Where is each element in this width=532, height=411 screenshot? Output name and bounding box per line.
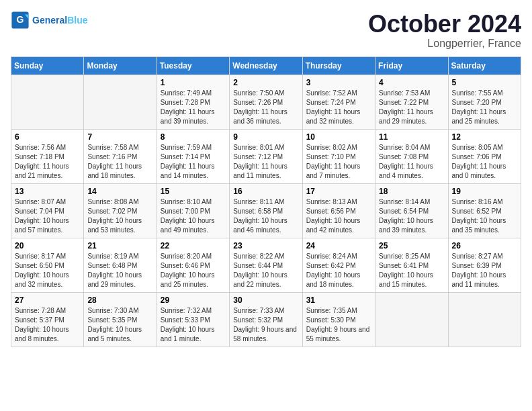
calendar-cell: 30Sunrise: 7:33 AMSunset: 5:32 PMDayligh…	[230, 292, 302, 347]
day-info: Sunrise: 7:53 AMSunset: 7:22 PMDaylight:…	[379, 89, 444, 126]
calendar-cell: 31Sunrise: 7:35 AMSunset: 5:30 PMDayligh…	[302, 292, 375, 347]
calendar-cell	[375, 292, 448, 347]
calendar-cell	[11, 75, 84, 129]
calendar-cell: 11Sunrise: 8:04 AMSunset: 7:08 PMDayligh…	[375, 129, 448, 183]
day-info: Sunrise: 8:14 AMSunset: 6:54 PMDaylight:…	[379, 197, 444, 235]
day-info: Sunrise: 7:32 AMSunset: 5:33 PMDaylight:…	[161, 306, 226, 344]
day-info: Sunrise: 8:11 AMSunset: 6:58 PMDaylight:…	[233, 197, 298, 235]
calendar-cell: 7Sunrise: 7:58 AMSunset: 7:16 PMDaylight…	[84, 129, 157, 183]
calendar-week-1: 1Sunrise: 7:49 AMSunset: 7:28 PMDaylight…	[11, 75, 521, 129]
weekday-header-thursday: Thursday	[302, 56, 375, 75]
day-number: 7	[87, 132, 152, 142]
calendar-cell: 25Sunrise: 8:25 AMSunset: 6:41 PMDayligh…	[375, 238, 448, 292]
day-number: 17	[306, 187, 371, 196]
day-info: Sunrise: 8:02 AMSunset: 7:10 PMDaylight:…	[306, 143, 371, 181]
day-number: 10	[306, 132, 371, 142]
weekday-header-monday: Monday	[84, 56, 157, 75]
day-number: 29	[161, 295, 226, 305]
calendar-cell: 12Sunrise: 8:05 AMSunset: 7:06 PMDayligh…	[448, 129, 521, 183]
day-number: 8	[161, 132, 226, 142]
calendar-cell: 8Sunrise: 7:59 AMSunset: 7:14 PMDaylight…	[157, 129, 229, 183]
calendar-header: SundayMondayTuesdayWednesdayThursdayFrid…	[11, 56, 521, 75]
day-info: Sunrise: 7:55 AMSunset: 7:20 PMDaylight:…	[452, 89, 517, 126]
day-number: 4	[379, 78, 444, 87]
logo: G GeneralBlue	[11, 11, 87, 30]
calendar-cell: 24Sunrise: 8:24 AMSunset: 6:42 PMDayligh…	[302, 238, 375, 292]
day-number: 15	[161, 187, 226, 196]
calendar-week-3: 13Sunrise: 8:07 AMSunset: 7:04 PMDayligh…	[11, 183, 521, 238]
calendar-cell: 27Sunrise: 7:28 AMSunset: 5:37 PMDayligh…	[11, 292, 84, 347]
day-number: 11	[379, 132, 444, 142]
calendar-cell: 29Sunrise: 7:32 AMSunset: 5:33 PMDayligh…	[157, 292, 229, 347]
calendar-cell: 9Sunrise: 8:01 AMSunset: 7:12 PMDaylight…	[230, 129, 302, 183]
day-info: Sunrise: 8:10 AMSunset: 7:00 PMDaylight:…	[161, 197, 226, 235]
day-info: Sunrise: 7:49 AMSunset: 7:28 PMDaylight:…	[161, 89, 226, 126]
day-number: 30	[233, 295, 298, 305]
logo-text: GeneralBlue	[32, 15, 87, 26]
day-info: Sunrise: 7:33 AMSunset: 5:32 PMDaylight:…	[233, 306, 298, 344]
day-number: 9	[233, 132, 298, 142]
day-info: Sunrise: 7:35 AMSunset: 5:30 PMDaylight:…	[306, 306, 371, 344]
day-number: 21	[87, 241, 152, 250]
day-info: Sunrise: 8:04 AMSunset: 7:08 PMDaylight:…	[379, 143, 444, 181]
day-info: Sunrise: 7:52 AMSunset: 7:24 PMDaylight:…	[306, 89, 371, 126]
calendar-cell: 14Sunrise: 8:08 AMSunset: 7:02 PMDayligh…	[84, 183, 157, 238]
day-info: Sunrise: 8:19 AMSunset: 6:48 PMDaylight:…	[87, 252, 152, 289]
day-number: 1	[161, 78, 226, 87]
day-info: Sunrise: 8:13 AMSunset: 6:56 PMDaylight:…	[306, 197, 371, 235]
weekday-header-wednesday: Wednesday	[230, 56, 302, 75]
calendar-cell: 22Sunrise: 8:20 AMSunset: 6:46 PMDayligh…	[157, 238, 229, 292]
day-info: Sunrise: 8:24 AMSunset: 6:42 PMDaylight:…	[306, 252, 371, 289]
day-info: Sunrise: 8:01 AMSunset: 7:12 PMDaylight:…	[233, 143, 298, 181]
day-number: 12	[452, 132, 517, 142]
day-info: Sunrise: 8:20 AMSunset: 6:46 PMDaylight:…	[161, 252, 226, 289]
day-number: 6	[15, 132, 80, 142]
weekday-header-tuesday: Tuesday	[157, 56, 229, 75]
day-number: 20	[15, 241, 80, 250]
day-number: 2	[233, 78, 298, 87]
calendar-cell: 13Sunrise: 8:07 AMSunset: 7:04 PMDayligh…	[11, 183, 84, 238]
day-number: 3	[306, 78, 371, 87]
day-number: 28	[87, 295, 152, 305]
day-number: 31	[306, 295, 371, 305]
calendar-cell: 16Sunrise: 8:11 AMSunset: 6:58 PMDayligh…	[230, 183, 302, 238]
svg-text:G: G	[17, 14, 24, 25]
calendar-cell: 23Sunrise: 8:22 AMSunset: 6:44 PMDayligh…	[230, 238, 302, 292]
calendar-cell: 15Sunrise: 8:10 AMSunset: 7:00 PMDayligh…	[157, 183, 229, 238]
calendar-cell: 3Sunrise: 7:52 AMSunset: 7:24 PMDaylight…	[302, 75, 375, 129]
location: Longperrier, France	[368, 38, 521, 50]
calendar-cell: 18Sunrise: 8:14 AMSunset: 6:54 PMDayligh…	[375, 183, 448, 238]
day-number: 25	[379, 241, 444, 250]
calendar-week-4: 20Sunrise: 8:17 AMSunset: 6:50 PMDayligh…	[11, 238, 521, 292]
day-info: Sunrise: 7:59 AMSunset: 7:14 PMDaylight:…	[161, 143, 226, 181]
calendar-cell: 1Sunrise: 7:49 AMSunset: 7:28 PMDaylight…	[157, 75, 229, 129]
day-number: 23	[233, 241, 298, 250]
title-block: October 2024 Longperrier, France	[368, 11, 521, 50]
page-header: G GeneralBlue October 2024 Longperrier, …	[11, 11, 521, 50]
calendar-cell: 10Sunrise: 8:02 AMSunset: 7:10 PMDayligh…	[302, 129, 375, 183]
day-number: 14	[87, 187, 152, 196]
day-number: 5	[452, 78, 517, 87]
day-info: Sunrise: 7:28 AMSunset: 5:37 PMDaylight:…	[15, 306, 80, 344]
day-info: Sunrise: 8:22 AMSunset: 6:44 PMDaylight:…	[233, 252, 298, 289]
day-number: 27	[15, 295, 80, 305]
day-number: 24	[306, 241, 371, 250]
day-number: 22	[161, 241, 226, 250]
calendar-week-2: 6Sunrise: 7:56 AMSunset: 7:18 PMDaylight…	[11, 129, 521, 183]
day-number: 18	[379, 187, 444, 196]
calendar-cell	[448, 292, 521, 347]
day-info: Sunrise: 8:17 AMSunset: 6:50 PMDaylight:…	[15, 252, 80, 289]
weekday-header-saturday: Saturday	[448, 56, 521, 75]
calendar-cell	[84, 75, 157, 129]
day-info: Sunrise: 7:56 AMSunset: 7:18 PMDaylight:…	[15, 143, 80, 181]
day-number: 16	[233, 187, 298, 196]
day-info: Sunrise: 7:50 AMSunset: 7:26 PMDaylight:…	[233, 89, 298, 126]
calendar-cell: 6Sunrise: 7:56 AMSunset: 7:18 PMDaylight…	[11, 129, 84, 183]
month-title: October 2024	[368, 11, 521, 38]
calendar-table: SundayMondayTuesdayWednesdayThursdayFrid…	[11, 56, 521, 347]
calendar-cell: 26Sunrise: 8:27 AMSunset: 6:39 PMDayligh…	[448, 238, 521, 292]
calendar-cell: 19Sunrise: 8:16 AMSunset: 6:52 PMDayligh…	[448, 183, 521, 238]
calendar-cell: 20Sunrise: 8:17 AMSunset: 6:50 PMDayligh…	[11, 238, 84, 292]
day-number: 13	[15, 187, 80, 196]
day-info: Sunrise: 7:58 AMSunset: 7:16 PMDaylight:…	[87, 143, 152, 181]
